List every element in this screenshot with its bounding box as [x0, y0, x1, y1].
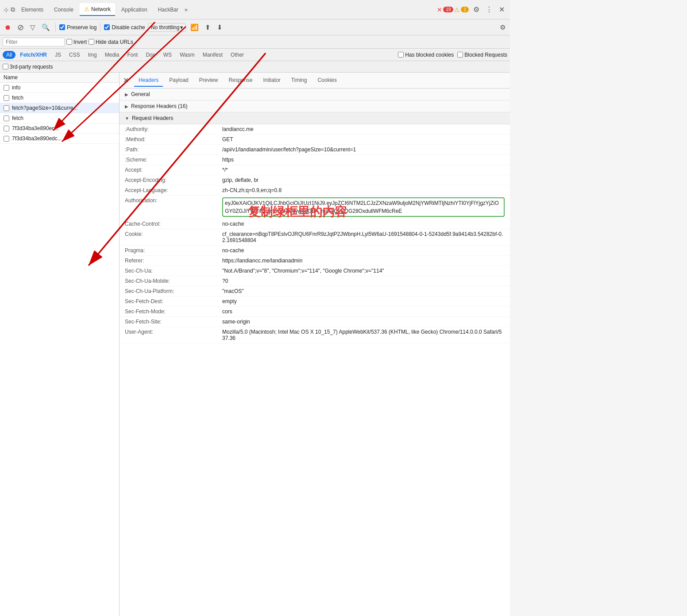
detail-tab-headers[interactable]: Headers: [134, 74, 163, 87]
header-key: Sec-Fetch-Dest:: [120, 296, 217, 307]
record-icon[interactable]: ⏺: [3, 23, 13, 32]
type-btn-doc[interactable]: Doc: [142, 51, 158, 59]
header-row: Pragma:no-cache: [120, 246, 510, 256]
toolbar-sep-1: [55, 23, 56, 32]
tab-elements[interactable]: Elements: [17, 4, 48, 15]
top-bar: ⊹ ⧉ Elements Console ⚠ Network Applicati…: [0, 0, 510, 19]
error-x-icon: ✕: [437, 6, 442, 13]
online-icon[interactable]: 📶: [189, 23, 201, 32]
close-button[interactable]: ✕: [497, 4, 506, 15]
type-btn-img[interactable]: Img: [85, 51, 100, 59]
request-row-info[interactable]: info: [0, 83, 119, 93]
settings-button[interactable]: ⚙: [471, 4, 481, 15]
detail-tab-initiator[interactable]: Initiator: [259, 74, 285, 87]
toolbar-settings-icon[interactable]: ⚙: [498, 23, 507, 32]
auth-value-highlight: eyJ0eXAiOiJKV1QiLCJhbGciOiJIUzI1NiJ9.eyJ…: [222, 197, 505, 217]
preserve-log-checkbox[interactable]: Preserve log: [59, 24, 96, 31]
request-headers-section-header[interactable]: ▼ Request Headers: [120, 112, 510, 124]
download-icon[interactable]: ⬇: [215, 23, 224, 32]
tab-application[interactable]: Application: [117, 4, 152, 15]
third-party-bar: 3rd-party requests: [0, 61, 510, 73]
response-headers-arrow-icon: ▶: [125, 104, 128, 109]
undock-icon[interactable]: ⧉: [11, 6, 15, 13]
header-value: "macOS": [217, 286, 510, 296]
detail-tabs: ✕ Headers Payload Preview Response Initi…: [120, 73, 510, 89]
type-btn-all[interactable]: All: [3, 51, 15, 59]
type-btn-css[interactable]: CSS: [66, 51, 84, 59]
detail-tab-payload[interactable]: Payload: [165, 74, 193, 87]
header-value: ?0: [217, 276, 510, 286]
detail-tab-preview[interactable]: Preview: [195, 74, 223, 87]
request-row-fetch-page[interactable]: fetch?pageSize=10&curre...: [0, 103, 119, 113]
devtools-icon[interactable]: ⊹: [4, 6, 9, 13]
type-btn-js[interactable]: JS: [51, 51, 65, 59]
request-checkbox-hash2[interactable]: [4, 136, 9, 142]
header-value: no-cache: [217, 219, 510, 229]
request-name-hash1: 7f3d34ba3e890ec...: [12, 125, 59, 131]
request-row-fetch1[interactable]: fetch: [0, 93, 119, 103]
request-row-hash1[interactable]: 7f3d34ba3e890ec...: [0, 123, 119, 134]
detail-tab-cookies[interactable]: Cookies: [313, 74, 341, 87]
third-party-checkbox[interactable]: 3rd-party requests: [3, 64, 53, 70]
response-headers-section-header[interactable]: ▶ Response Headers (16): [120, 100, 510, 112]
request-row-fetch2[interactable]: fetch: [0, 113, 119, 123]
type-btn-media[interactable]: Media: [101, 51, 123, 59]
header-value: GET: [217, 135, 510, 145]
header-row: :Scheme:https: [120, 155, 510, 165]
toolbar-right: ⚙: [498, 23, 507, 31]
type-btn-other[interactable]: Other: [227, 51, 247, 59]
tab-elements-label: Elements: [21, 7, 43, 13]
request-checkbox-info[interactable]: [4, 85, 9, 91]
filter-input[interactable]: [3, 38, 65, 46]
invert-checkbox[interactable]: Invert: [66, 39, 87, 45]
more-tabs-icon[interactable]: »: [185, 6, 188, 13]
search-icon[interactable]: 🔍: [40, 23, 52, 32]
header-row: :Path:/api/v1/landianadmin/user/fetch?pa…: [120, 145, 510, 155]
detail-close-button[interactable]: ✕: [123, 76, 129, 85]
hide-data-urls-checkbox[interactable]: Hide data URLs: [89, 39, 133, 45]
header-value: "Not.A/Brand";v="8", "Chromium";v="114",…: [217, 266, 510, 276]
detail-tab-timing[interactable]: Timing: [287, 74, 312, 87]
header-key: User-Agent:: [120, 327, 217, 343]
upload-icon[interactable]: ⬆: [203, 23, 212, 32]
type-btn-wasm[interactable]: Wasm: [176, 51, 198, 59]
request-name-fetch-page: fetch?pageSize=10&curre...: [12, 105, 77, 111]
header-value: zh-CN,zh;q=0.9,en;q=0.8: [217, 185, 510, 196]
type-btn-font[interactable]: Font: [124, 51, 141, 59]
tab-hackbar-label: HackBar: [158, 7, 178, 13]
tab-network[interactable]: ⚠ Network: [80, 3, 115, 16]
request-row-hash2[interactable]: 7f3d34ba3e890edc...: [0, 134, 119, 144]
type-btn-fetch-xhr[interactable]: Fetch/XHR: [16, 51, 50, 59]
request-checkbox-fetch1[interactable]: [4, 95, 9, 101]
clear-icon[interactable]: ⊘: [15, 22, 26, 33]
main: Name info fetch fetch?pageSize=10&curre.…: [0, 73, 510, 616]
header-row: User-Agent:Mozilla/5.0 (Macintosh; Intel…: [120, 327, 510, 343]
type-bar-right: Has blocked cookies Blocked Requests: [398, 52, 507, 58]
type-btn-ws[interactable]: WS: [160, 51, 175, 59]
filter-icon[interactable]: ▽: [28, 23, 37, 32]
header-value: cors: [217, 307, 510, 317]
throttle-select[interactable]: No throttling ▾: [148, 23, 186, 32]
header-key: :Method:: [120, 135, 217, 145]
blocked-requests-checkbox[interactable]: Blocked Requests: [457, 52, 507, 58]
header-key: :Path:: [120, 145, 217, 155]
type-btn-manifest[interactable]: Manifest: [199, 51, 226, 59]
header-key: Sec-Fetch-Site:: [120, 317, 217, 327]
throttle-chevron-icon: ▾: [180, 24, 183, 31]
request-checkbox-fetch-page[interactable]: [4, 105, 9, 111]
has-blocked-cookies-checkbox[interactable]: Has blocked cookies: [398, 52, 454, 58]
tab-hackbar[interactable]: HackBar: [154, 4, 183, 15]
request-name-fetch2: fetch: [12, 115, 23, 121]
request-checkbox-fetch2[interactable]: [4, 116, 9, 121]
detail-tab-response[interactable]: Response: [224, 74, 257, 87]
name-column-header: Name: [0, 73, 119, 83]
header-row: Cache-Control:no-cache: [120, 219, 510, 229]
request-checkbox-hash1[interactable]: [4, 126, 9, 131]
header-row: Accept-Language:zh-CN,zh;q=0.9,en;q=0.8: [120, 185, 510, 196]
more-button[interactable]: ⋮: [484, 4, 494, 15]
network-warn-icon: ⚠: [84, 6, 89, 12]
tab-console[interactable]: Console: [50, 4, 78, 15]
header-value: gzip, deflate, br: [217, 175, 510, 185]
disable-cache-checkbox[interactable]: Disable cache: [104, 24, 145, 31]
general-section-header[interactable]: ▶ General: [120, 89, 510, 100]
